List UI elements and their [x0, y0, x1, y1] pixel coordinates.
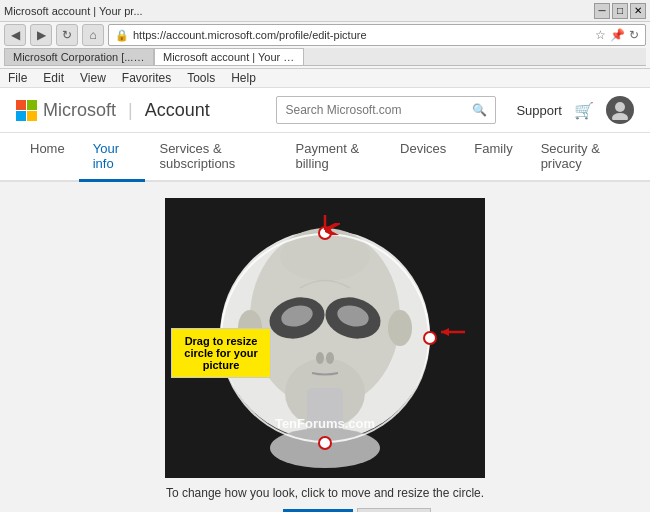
- handle-right[interactable]: [423, 331, 437, 345]
- window-controls: ─ □ ✕: [594, 3, 646, 19]
- instruction-text: To change how you look, click to move an…: [166, 486, 484, 500]
- close-button[interactable]: ✕: [630, 3, 646, 19]
- menu-help[interactable]: Help: [227, 70, 260, 86]
- tab-devices[interactable]: Devices: [386, 133, 460, 182]
- minimize-button[interactable]: ─: [594, 3, 610, 19]
- tab-family[interactable]: Family: [460, 133, 526, 182]
- menu-favorites[interactable]: Favorites: [118, 70, 175, 86]
- pin-icon[interactable]: 📌: [610, 28, 625, 42]
- arrow-right-icon: [439, 322, 469, 342]
- header-right: Support 🛒: [516, 96, 634, 124]
- support-link[interactable]: Support: [516, 103, 562, 118]
- logo-squares: [16, 100, 37, 121]
- browser-toolbar: ◀ ▶ ↻ ⌂ 🔒 https://account.microsoft.com/…: [0, 22, 650, 69]
- tab-home[interactable]: Home: [16, 133, 79, 182]
- menu-edit[interactable]: Edit: [39, 70, 68, 86]
- arrow-top-icon: [310, 215, 340, 235]
- address-bar[interactable]: 🔒 https://account.microsoft.com/profile/…: [108, 24, 646, 46]
- drag-tooltip-text: Drag to resize circle for your picture: [184, 335, 257, 371]
- refresh-small-icon[interactable]: ↻: [629, 28, 639, 42]
- tab-payment[interactable]: Payment & billing: [281, 133, 386, 182]
- logo-sq-red: [16, 100, 26, 110]
- user-avatar[interactable]: [606, 96, 634, 124]
- address-text: https://account.microsoft.com/profile/ed…: [133, 29, 595, 41]
- refresh-button[interactable]: ↻: [56, 24, 78, 46]
- drag-tooltip: Drag to resize circle for your picture: [171, 328, 271, 378]
- svg-point-0: [615, 102, 625, 112]
- logo-divider: |: [128, 100, 133, 121]
- account-label: Account: [145, 100, 210, 121]
- microsoft-logo[interactable]: Microsoft | Account: [16, 100, 210, 121]
- search-icon[interactable]: 🔍: [472, 103, 487, 117]
- buttons-row: Click on Save Cancel: [219, 508, 432, 512]
- microsoft-label: Microsoft: [43, 100, 116, 121]
- maximize-button[interactable]: □: [612, 3, 628, 19]
- tab-microsoft-corp[interactable]: Microsoft Corporation [... G: [4, 48, 154, 65]
- logo-sq-blue: [16, 111, 26, 121]
- tab-ms-account[interactable]: Microsoft account | Your pr...: [154, 48, 304, 65]
- browser-nav: ◀ ▶ ↻ ⌂ 🔒 https://account.microsoft.com/…: [4, 24, 646, 46]
- svg-marker-21: [441, 328, 449, 336]
- cart-icon[interactable]: 🛒: [574, 101, 594, 120]
- nav-tabs: Home Your info Services & subscriptions …: [0, 133, 650, 182]
- handle-bottom[interactable]: [318, 436, 332, 450]
- svg-point-1: [612, 113, 628, 120]
- window-titlebar: Microsoft account | Your pr... ─ □ ✕: [0, 0, 650, 22]
- search-box[interactable]: 🔍: [276, 96, 496, 124]
- menu-bar: File Edit View Favorites Tools Help: [0, 69, 650, 88]
- secure-icon: 🔒: [115, 29, 129, 42]
- forward-button[interactable]: ▶: [30, 24, 52, 46]
- image-editor[interactable]: TenForums.com Drag to resize circle for …: [165, 198, 485, 478]
- cancel-button[interactable]: Cancel: [357, 508, 431, 512]
- logo-sq-yellow: [27, 111, 37, 121]
- window-title: Microsoft account | Your pr...: [4, 5, 143, 17]
- tab-security[interactable]: Security & privacy: [527, 133, 634, 182]
- tab-your-info[interactable]: Your info: [79, 133, 146, 182]
- main-content: TenForums.com Drag to resize circle for …: [0, 182, 650, 512]
- home-button[interactable]: ⌂: [82, 24, 104, 46]
- star-icon[interactable]: ☆: [595, 28, 606, 42]
- menu-file[interactable]: File: [4, 70, 31, 86]
- menu-tools[interactable]: Tools: [183, 70, 219, 86]
- back-button[interactable]: ◀: [4, 24, 26, 46]
- logo-sq-green: [27, 100, 37, 110]
- tab-services[interactable]: Services & subscriptions: [145, 133, 281, 182]
- page-header: Microsoft | Account 🔍 Support 🛒: [0, 88, 650, 133]
- tab-bar: Microsoft Corporation [... G Microsoft a…: [4, 48, 646, 66]
- search-input[interactable]: [285, 103, 472, 117]
- address-icons: ☆ 📌 ↻: [595, 28, 639, 42]
- menu-view[interactable]: View: [76, 70, 110, 86]
